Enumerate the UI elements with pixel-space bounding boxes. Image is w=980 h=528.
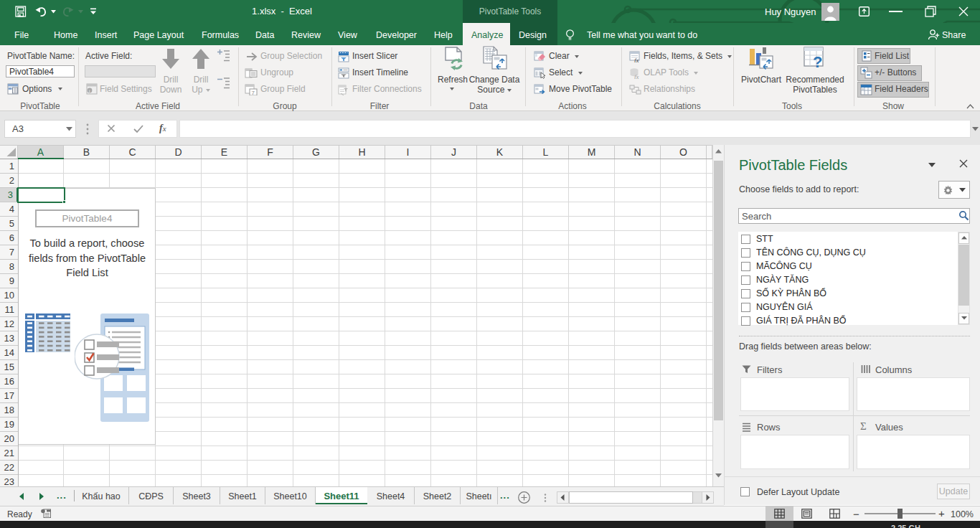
- svg-text:i: i: [89, 88, 90, 94]
- svg-text:?: ?: [813, 53, 822, 70]
- svg-text:fx: fx: [634, 57, 639, 63]
- svg-text:7: 7: [252, 90, 255, 96]
- svg-text:fx: fx: [634, 73, 639, 80]
